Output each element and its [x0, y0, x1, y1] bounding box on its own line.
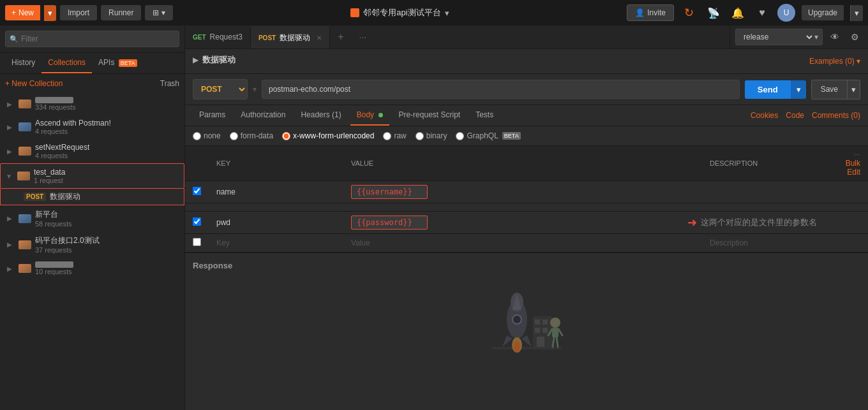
collection-icon [19, 214, 31, 223]
tab-pre-request[interactable]: Pre-request Script [392, 105, 467, 126]
value-cell[interactable]: {{password}} ➜ 这两个对应的是文件里的参数名 [343, 212, 702, 234]
col-value: VALUE [343, 146, 702, 181]
tab-data-driven[interactable]: POST 数据驱动 ✕ [251, 26, 330, 48]
code-link[interactable]: Code [786, 106, 804, 125]
sync-icon[interactable]: ↻ [680, 4, 698, 22]
tab-tests[interactable]: Tests [469, 105, 500, 126]
value-cell[interactable]: {{username}} [343, 181, 702, 203]
radio-binary[interactable]: binary [415, 131, 447, 140]
examples-link[interactable]: Examples (0) ▾ [809, 57, 860, 66]
body-params-area: KEY VALUE DESCRIPTION ··· Bulk Edit [185, 146, 868, 410]
tab-history[interactable]: History [5, 53, 41, 73]
collection-item[interactable]: ▶ setNextRequest 4 requests [0, 139, 184, 163]
collection-requests: 58 requests [35, 220, 179, 228]
notification-icon[interactable]: 🔔 [729, 4, 747, 22]
extra-button[interactable]: ⊞ ▾ [145, 5, 172, 20]
radio-none[interactable]: none [193, 131, 221, 140]
radio-graphql[interactable]: GraphQL BETA [456, 131, 520, 140]
more-icon[interactable]: ··· [854, 150, 860, 159]
search-input[interactable] [5, 31, 179, 47]
url-input[interactable] [262, 80, 740, 99]
tab-collections[interactable]: Collections [41, 53, 92, 73]
tab-name: Request3 [210, 33, 243, 41]
save-dropdown-button[interactable]: ▾ [848, 80, 860, 99]
illustration [488, 278, 565, 355]
col-check [185, 146, 209, 181]
tab-authorization[interactable]: Authorization [234, 105, 292, 126]
settings-icon[interactable]: ⚙ [847, 29, 863, 45]
method-label: POST [258, 34, 276, 41]
collection-item[interactable]: ▶ 码平台接口2.0测试 37 requests [0, 231, 184, 258]
svg-rect-3 [535, 328, 540, 333]
chevron-down-icon: ▼ [6, 173, 13, 180]
col-key: KEY [209, 146, 343, 181]
save-button-wrap: Save ▾ [811, 80, 860, 99]
tab-request3[interactable]: GET Request3 [185, 27, 251, 47]
svg-line-18 [558, 329, 562, 335]
trash-button[interactable]: Trash [160, 79, 179, 88]
sub-tabs: Params Authorization Headers (1) Body Pr… [185, 105, 868, 126]
save-button[interactable]: Save [811, 80, 848, 99]
tab-close-button[interactable]: ✕ [317, 34, 322, 41]
row-checkbox[interactable] [193, 187, 201, 195]
collection-item[interactable]: ▶ 334 requests [0, 93, 184, 115]
new-param-row: Key Value Description [185, 234, 868, 253]
tab-body[interactable]: Body [350, 105, 390, 126]
upgrade-dropdown[interactable]: ▾ [850, 5, 863, 21]
collection-icon [19, 147, 31, 156]
import-button[interactable]: Import [60, 5, 97, 20]
more-tabs-button[interactable]: ··· [352, 27, 375, 47]
avatar[interactable]: U [777, 4, 795, 22]
new-collection-button[interactable]: + New Collection [5, 79, 63, 88]
runner-button[interactable]: Runner [101, 5, 141, 20]
collection-item[interactable]: ▶ 新平台 58 requests [0, 205, 184, 231]
request-title: 数据驱动 [202, 54, 236, 66]
radio-urlencoded[interactable]: x-www-form-urlencoded [282, 131, 374, 140]
collection-icon [17, 172, 30, 180]
value-placeholder: Value [351, 238, 370, 247]
new-button[interactable]: + New [5, 5, 40, 20]
tab-headers[interactable]: Headers (1) [294, 105, 347, 126]
rocket-illustration [488, 278, 565, 355]
collection-requests: 334 requests [35, 103, 179, 111]
request-item-data-driven[interactable]: POST 数据驱动 [0, 189, 184, 205]
desc-cell[interactable] [702, 181, 830, 203]
interceptor-icon[interactable]: 📡 [705, 4, 722, 22]
upgrade-button[interactable]: Upgrade [802, 5, 844, 20]
desc-cell[interactable] [702, 212, 830, 234]
send-button[interactable]: Send [745, 80, 791, 99]
col-actions: ··· Bulk Edit [830, 146, 868, 181]
environment-select[interactable]: No Environment release development produ… [736, 29, 814, 45]
new-row-checkbox[interactable] [193, 238, 201, 246]
sidebar-search-area: 🔍 [0, 26, 184, 53]
invite-button[interactable]: 👤 Invite [627, 4, 674, 21]
collection-item-test-data[interactable]: ▼ test_data 1 request [0, 163, 184, 189]
key-placeholder: Key [216, 238, 230, 247]
collection-icon [19, 264, 31, 273]
method-select[interactable]: POST GET PUT DELETE PATCH [193, 79, 248, 99]
breadcrumb: ▶ 数据驱动 [193, 54, 236, 66]
send-dropdown-button[interactable]: ▾ [791, 80, 806, 99]
key-cell[interactable]: pwd [209, 212, 343, 234]
new-dropdown-button[interactable]: ▾ [44, 5, 56, 21]
key-cell[interactable]: name [209, 181, 343, 203]
eye-icon[interactable]: 👁 [827, 29, 843, 45]
radio-form-data[interactable]: form-data [230, 131, 273, 140]
tab-apis[interactable]: APIs BETA [92, 53, 144, 73]
row-checkbox[interactable] [193, 217, 201, 226]
chevron-right-icon: ▶ [7, 215, 15, 222]
collection-item[interactable]: ▶ Ascend with Postman! 4 requests [0, 115, 184, 139]
svg-marker-11 [502, 335, 513, 347]
collection-item[interactable]: ▶ 10 requests [0, 258, 184, 279]
collection-requests: 37 requests [35, 246, 179, 254]
bulk-edit-button[interactable]: Bulk Edit [846, 159, 860, 177]
workspace-chevron[interactable]: ▾ [445, 8, 449, 18]
radio-raw[interactable]: raw [383, 131, 406, 140]
comments-link[interactable]: Comments (0) [812, 106, 860, 125]
breadcrumb-arrow: ▶ [193, 55, 198, 64]
chevron-right-icon: ▶ [7, 265, 15, 272]
heart-icon[interactable]: ♥ [753, 4, 771, 22]
cookies-link[interactable]: Cookies [751, 106, 778, 125]
tab-params[interactable]: Params [193, 105, 232, 126]
add-tab-button[interactable]: + [330, 26, 351, 48]
